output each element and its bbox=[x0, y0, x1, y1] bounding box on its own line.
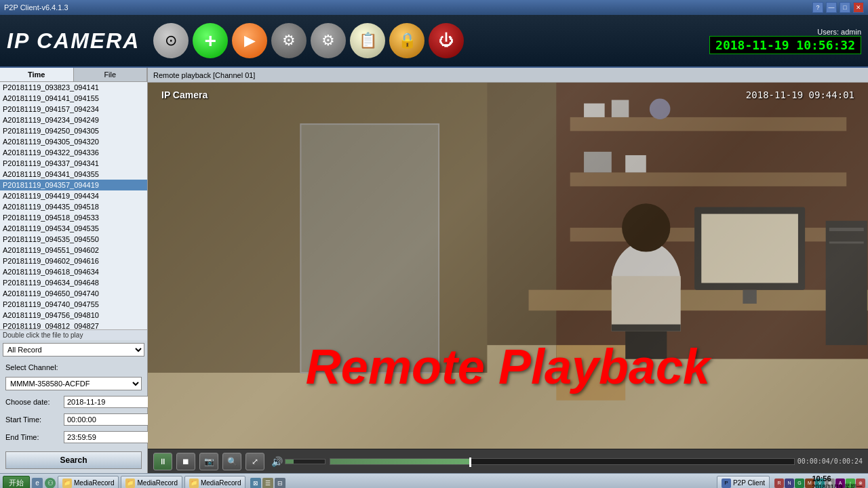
help-button[interactable]: ? bbox=[812, 2, 823, 13]
file-list-item[interactable]: P20181119_094250_094305 bbox=[0, 125, 147, 136]
tray-icon-3[interactable]: ⊟ bbox=[275, 478, 285, 489]
search-button[interactable]: Search bbox=[5, 451, 142, 469]
monitor-button[interactable]: ⊙ bbox=[153, 23, 189, 58]
datetime-display: 2018-11-19 10:56:32 bbox=[709, 36, 861, 54]
video-tab-label: Remote playback [Channel 01] bbox=[153, 71, 255, 79]
remote-playback-overlay: Remote Playback bbox=[306, 339, 710, 394]
clock-date: 2018/11/19 星期一 bbox=[812, 483, 863, 488]
file-list-item[interactable]: A20181119_094234_094249 bbox=[0, 115, 147, 125]
title-bar: P2P Client-v6.4.1.3 ? — □ ✕ bbox=[0, 0, 868, 15]
add-button[interactable]: + bbox=[193, 23, 228, 58]
stop-button[interactable]: ⏹ bbox=[176, 453, 195, 470]
sidebar: Time File P20181119_093823_094141A201811… bbox=[0, 68, 148, 473]
file-list-item[interactable]: P20181119_094602_094616 bbox=[0, 256, 147, 266]
file-list-item[interactable]: P20181119_094740_094755 bbox=[0, 299, 147, 310]
p2p-icon: P bbox=[722, 479, 731, 488]
taskbar-app-1[interactable]: 📁 MediaRecord bbox=[58, 476, 119, 489]
file-list-item[interactable]: A20181119_094419_094434 bbox=[0, 190, 147, 201]
file-list-item[interactable]: P20181119_094337_094341 bbox=[0, 158, 147, 169]
progress-fill bbox=[330, 459, 469, 464]
tray-r2[interactable]: N bbox=[785, 479, 794, 488]
file-list-item[interactable]: A20181119_094341_094355 bbox=[0, 169, 147, 180]
file-list-item[interactable]: A20181119_094650_094740 bbox=[0, 288, 147, 299]
tray-icon-1[interactable]: ⊠ bbox=[250, 478, 261, 489]
svg-point-10 bbox=[650, 98, 671, 119]
file-list-item[interactable]: A20181119_094435_094518 bbox=[0, 201, 147, 212]
header-right: Users: admin 2018-11-19 10:56:32 bbox=[709, 28, 861, 54]
clock-time: 10:56 bbox=[812, 474, 863, 483]
file-list-item[interactable]: P20181119_094634_094648 bbox=[0, 277, 147, 288]
video-controls-bar: ⏸ ⏹ 📷 🔍 ⤢ 🔊 00:00:04/0:00:24 bbox=[148, 449, 868, 473]
svg-rect-16 bbox=[743, 290, 756, 304]
snapshot-button[interactable]: 📷 bbox=[199, 453, 218, 470]
svg-point-18 bbox=[622, 203, 670, 251]
volume-bar[interactable] bbox=[285, 459, 326, 464]
app1-label: MediaRecord bbox=[74, 479, 114, 487]
title-bar-controls: ? — □ ✕ bbox=[812, 2, 864, 13]
tray-r3[interactable]: G bbox=[795, 479, 804, 488]
file-list-item[interactable]: P20181119_094157_094234 bbox=[0, 104, 147, 115]
file-list-item[interactable]: A20181119_094305_094320 bbox=[0, 136, 147, 147]
svg-rect-13 bbox=[529, 290, 868, 311]
channel-dropdown[interactable]: MMMM-358580-ACFDF bbox=[5, 377, 142, 390]
file-list-item[interactable]: A20181119_094551_094602 bbox=[0, 245, 147, 256]
taskbar-app-3[interactable]: 📁 MediaRecord bbox=[184, 476, 245, 489]
date-label: Choose date: bbox=[5, 398, 60, 406]
channel-label: Select Channel: bbox=[5, 363, 60, 371]
playback-time: 00:00:04/0:00:24 bbox=[797, 458, 863, 465]
camera-datetime: 2018-11-19 09:44:01 bbox=[746, 89, 854, 100]
tray-icon-2[interactable]: ☰ bbox=[262, 478, 273, 489]
file-list-item[interactable]: P20181119_094812_094827 bbox=[0, 321, 147, 329]
docs-button[interactable]: 📋 bbox=[350, 23, 385, 58]
fullscreen-button[interactable]: ⤢ bbox=[245, 453, 264, 470]
taskbar-icon-ie[interactable]: e bbox=[32, 478, 43, 489]
channel-row: Select Channel: bbox=[5, 363, 142, 371]
user-info: Users: admin bbox=[817, 28, 861, 36]
sidebar-tabs: Time File bbox=[0, 68, 147, 82]
zoom-button[interactable]: 🔍 bbox=[222, 453, 241, 470]
tab-time[interactable]: Time bbox=[0, 68, 74, 81]
header: IP CAMERA ⊙ + ▶ ⚙ ⚙ 📋 🔒 ⏻ Users: admin 2… bbox=[0, 15, 868, 68]
tray-r1[interactable]: R bbox=[774, 479, 784, 488]
lock-button[interactable]: 🔒 bbox=[389, 23, 425, 58]
file-list-item[interactable]: P20181119_094357_094419 bbox=[0, 180, 147, 190]
date-row: Choose date: ▼ bbox=[5, 396, 142, 408]
progress-bar[interactable] bbox=[330, 458, 795, 465]
settings-button[interactable]: ⚙ bbox=[311, 23, 346, 58]
file-list-item[interactable]: A20181119_094141_094155 bbox=[0, 93, 147, 104]
progress-cursor bbox=[469, 458, 471, 467]
close-button[interactable]: ✕ bbox=[853, 2, 864, 13]
taskbar-p2p-client[interactable]: P P2P Client bbox=[717, 476, 770, 489]
svg-rect-5 bbox=[570, 117, 847, 131]
svg-rect-3 bbox=[300, 124, 439, 373]
main-container: Time File P20181119_093823_094141A201811… bbox=[0, 68, 868, 473]
start-button[interactable]: 开始 bbox=[3, 476, 30, 488]
taskbar-clock: 10:56 2018/11/19 星期一 bbox=[812, 474, 863, 488]
pause-button[interactable]: ⏸ bbox=[153, 453, 172, 470]
file-list-item[interactable]: P20181119_093823_094141 bbox=[0, 82, 147, 93]
start-time-label: Start Time: bbox=[5, 415, 60, 424]
taskbar-icon-chrome[interactable]: ⚇ bbox=[45, 478, 56, 489]
file-list-item[interactable]: A20181119_094618_094634 bbox=[0, 266, 147, 277]
record-type-dropdown[interactable]: All Record Alarm Record Normal Record bbox=[3, 343, 144, 357]
play-button[interactable]: ▶ bbox=[232, 23, 267, 58]
file-list[interactable]: P20181119_093823_094141A20181119_094141_… bbox=[0, 82, 147, 329]
end-time-row: End Time: ⬆⬇ bbox=[5, 431, 142, 443]
tab-file[interactable]: File bbox=[74, 68, 148, 81]
file-list-item[interactable]: A20181119_094534_094535 bbox=[0, 223, 147, 234]
start-time-row: Start Time: ⬆⬇ bbox=[5, 413, 142, 426]
app-logo-title: IP CAMERA bbox=[7, 28, 140, 54]
p2p-label: P2P Client bbox=[733, 479, 765, 487]
record-button[interactable]: ⚙ bbox=[271, 23, 307, 58]
minimize-button[interactable]: — bbox=[826, 2, 837, 13]
controls-section: Select Channel: MMMM-358580-ACFDF Choose… bbox=[0, 359, 147, 447]
file-list-item[interactable]: A20181119_094756_094810 bbox=[0, 310, 147, 321]
file-list-item[interactable]: P20181119_094518_094533 bbox=[0, 212, 147, 223]
power-button[interactable]: ⏻ bbox=[429, 23, 464, 58]
file-list-item[interactable]: A20181119_094322_094336 bbox=[0, 147, 147, 158]
hint-text: Double click the file to play bbox=[0, 329, 147, 340]
file-list-item[interactable]: P20181119_094535_094550 bbox=[0, 234, 147, 245]
maximize-button[interactable]: □ bbox=[840, 2, 850, 13]
taskbar-app-2[interactable]: 📁 MediaRecord bbox=[121, 476, 182, 489]
svg-rect-20 bbox=[612, 325, 681, 331]
